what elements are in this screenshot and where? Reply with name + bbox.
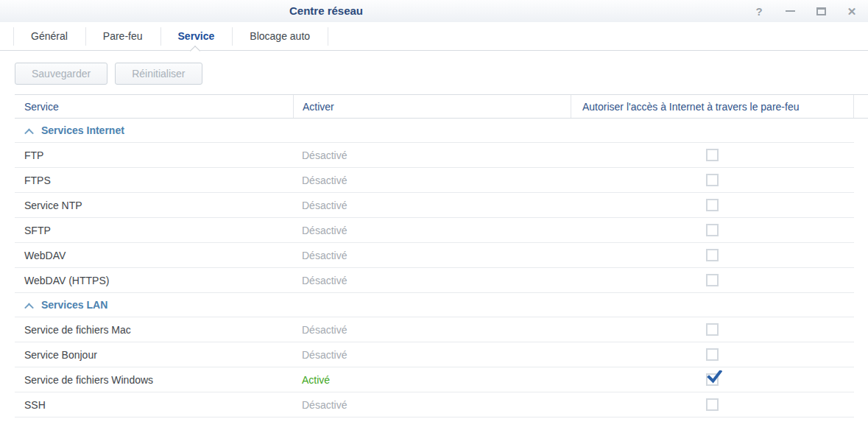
table-row[interactable]: FTP Désactivé [15, 143, 854, 168]
tab-label: Général [31, 30, 68, 42]
table-row[interactable]: Service Bonjour Désactivé [15, 342, 854, 367]
help-icon[interactable]: ? [753, 5, 765, 17]
service-status: Activé [302, 374, 330, 386]
maximize-box [816, 7, 826, 15]
table-row[interactable]: Service de fichiers Mac Désactivé [15, 317, 854, 342]
firewall-checkbox[interactable] [706, 373, 719, 386]
table-row[interactable]: FTPS Désactivé [15, 168, 854, 193]
table-header: Service Activer Autoriser l'accès à Inte… [15, 94, 868, 119]
service-status: Désactivé [302, 200, 347, 211]
table-row[interactable]: Service NTP Désactivé [15, 193, 854, 218]
service-name: FTPS [15, 175, 293, 186]
table-row[interactable]: SSH Désactivé [15, 392, 854, 417]
tab-blocage-auto[interactable]: Blocage auto [232, 22, 328, 50]
column-header-firewall: Autoriser l'accès à Internet à travers l… [571, 95, 854, 118]
service-status: Désactivé [302, 250, 347, 261]
column-header-activer: Activer [293, 95, 571, 118]
tab-label: Pare-feu [103, 30, 143, 42]
firewall-checkbox[interactable] [706, 274, 719, 286]
service-status: Désactivé [302, 399, 347, 411]
firewall-checkbox[interactable] [706, 398, 719, 411]
save-button[interactable]: Sauvegarder [15, 63, 107, 85]
tab-pare-feu[interactable]: Pare-feu [85, 22, 160, 50]
chevron-up-icon[interactable] [24, 128, 34, 138]
minimize-icon[interactable] [784, 5, 796, 17]
service-name: WebDAV [15, 250, 293, 261]
firewall-checkbox[interactable] [706, 348, 719, 361]
section-title: Services LAN [41, 299, 107, 311]
table-row[interactable]: SFTP Désactivé [15, 218, 854, 243]
window-titlebar: Centre réseau ? ✕ [0, 0, 868, 22]
service-status: Désactivé [302, 349, 347, 361]
table-body: Services Internet FTP Désactivé FTPS Dés… [15, 119, 854, 417]
section-row[interactable]: Services Internet [15, 119, 854, 143]
tab-général[interactable]: Général [13, 22, 85, 50]
service-name: WebDAV (HTTPS) [15, 275, 293, 286]
service-status: Désactivé [302, 225, 347, 236]
window-title: Centre réseau [0, 0, 652, 22]
service-name: Service Bonjour [15, 349, 293, 361]
service-name: Service de fichiers Mac [15, 324, 293, 336]
tab-label: Blocage auto [250, 30, 310, 42]
service-name: Service NTP [15, 200, 293, 211]
window-controls: ? ✕ [753, 0, 858, 22]
maximize-icon[interactable] [815, 5, 827, 17]
chevron-up-icon[interactable] [24, 303, 34, 312]
column-header-service: Service [15, 95, 293, 118]
table-row[interactable]: WebDAV (HTTPS) Désactivé [15, 268, 854, 293]
minimize-bar [786, 10, 795, 12]
service-name: SFTP [15, 225, 293, 236]
firewall-checkbox[interactable] [706, 149, 719, 161]
tab-label: Service [178, 30, 215, 42]
table-row[interactable]: WebDAV Désactivé [15, 243, 854, 268]
firewall-checkbox[interactable] [706, 224, 719, 236]
reset-button[interactable]: Réinitialiser [115, 63, 202, 85]
firewall-checkbox[interactable] [706, 323, 719, 336]
section-row[interactable]: Services LAN [15, 293, 854, 317]
table-row[interactable]: Service de fichiers Windows Activé [15, 367, 854, 392]
section-title: Services Internet [41, 124, 124, 136]
check-icon [707, 370, 722, 384]
firewall-checkbox[interactable] [706, 199, 719, 211]
service-name: Service de fichiers Windows [15, 374, 293, 386]
service-status: Désactivé [302, 324, 347, 336]
toolbar: Sauvegarder Réinitialiser [0, 51, 868, 94]
service-table: Service Activer Autoriser l'accès à Inte… [0, 94, 868, 417]
service-name: FTP [15, 149, 293, 161]
tab-bar: Général Pare-feu Service Blocage auto [0, 22, 868, 51]
tab-bar-end [328, 22, 328, 50]
firewall-checkbox[interactable] [706, 174, 719, 186]
tab-service[interactable]: Service [160, 22, 233, 50]
close-icon[interactable]: ✕ [846, 5, 858, 17]
service-status: Désactivé [302, 149, 347, 161]
service-status: Désactivé [302, 275, 347, 286]
service-name: SSH [15, 399, 293, 411]
service-status: Désactivé [302, 175, 347, 186]
firewall-checkbox[interactable] [706, 249, 719, 261]
